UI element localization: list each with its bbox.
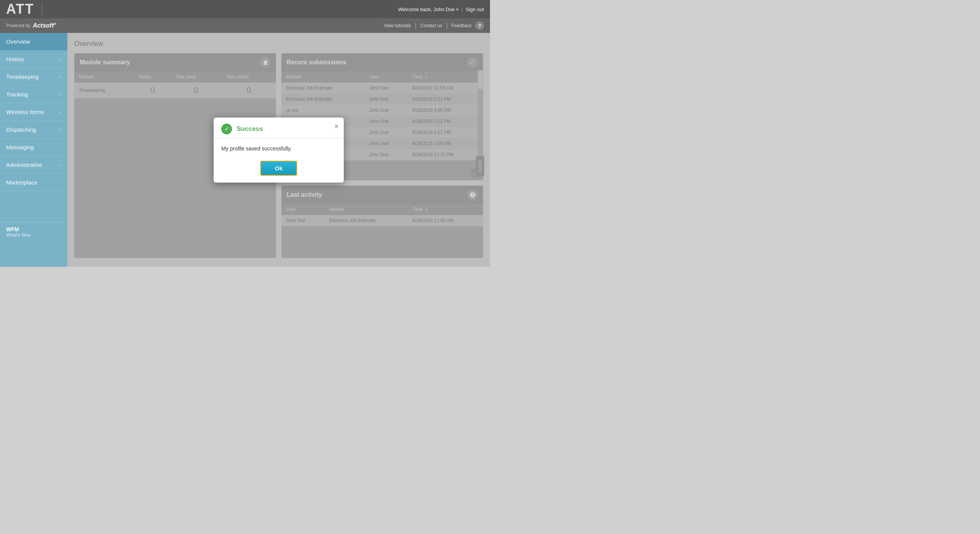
chevron-right-icon: › xyxy=(60,162,61,168)
header: ATT Welcome back, John Doe ▾ | Sign out xyxy=(0,0,490,18)
whats-new-link[interactable]: What's New xyxy=(6,232,61,238)
sidebar-item-marketplace[interactable]: Marketplace xyxy=(0,174,67,191)
sidebar-item-tracking[interactable]: Tracking › xyxy=(0,86,67,103)
chevron-down-icon[interactable]: ▾ xyxy=(456,7,458,11)
sign-out-link[interactable]: Sign out xyxy=(466,7,484,12)
modal-body: My profile saved successfully. xyxy=(214,139,344,157)
sidebar-item-overview[interactable]: Overview xyxy=(0,33,67,51)
layout: Overview History › Timekeeping › Trackin… xyxy=(0,33,490,267)
welcome-text: Welcome back, John Doe ▾ xyxy=(398,7,458,12)
modal-title: Success xyxy=(237,125,263,133)
sidebar-item-wireless-forms[interactable]: Wireless forms › xyxy=(0,103,67,121)
wfm-label: WFM xyxy=(6,226,61,232)
sidebar-item-timekeeping[interactable]: Timekeeping › xyxy=(0,68,67,86)
chevron-right-icon: › xyxy=(60,92,61,97)
chevron-right-icon: › xyxy=(60,74,61,80)
success-icon: ✓ xyxy=(221,124,232,134)
feedback-link[interactable]: Feedback xyxy=(451,23,472,28)
sidebar-item-dispatching[interactable]: Dispatching › xyxy=(0,121,67,139)
header-divider xyxy=(42,2,42,16)
header-right: Welcome back, John Doe ▾ | Sign out xyxy=(398,7,484,12)
ok-button[interactable]: Ok xyxy=(260,161,297,176)
sidebar-item-administrative[interactable]: Administrative › xyxy=(0,156,67,174)
modal-header: ✓ Success × xyxy=(214,118,344,139)
chevron-right-icon: › xyxy=(60,109,61,115)
main-content: Overview Module summary 📋 Module Today T… xyxy=(67,33,490,267)
sub-header: Powered by Actsoft® View tutorials | Con… xyxy=(0,18,490,33)
chevron-right-icon: › xyxy=(60,57,61,62)
view-tutorials-link[interactable]: View tutorials xyxy=(384,23,411,28)
app-logo: ATT xyxy=(6,1,34,17)
contact-us-link[interactable]: Contact us xyxy=(420,23,442,28)
sidebar-item-messaging[interactable]: Messaging xyxy=(0,139,67,156)
success-modal: ✓ Success × My profile saved successfull… xyxy=(214,118,344,183)
sidebar-bottom: WFM What's New xyxy=(0,222,67,242)
sidebar: Overview History › Timekeeping › Trackin… xyxy=(0,33,67,267)
sidebar-item-history[interactable]: History › xyxy=(0,51,67,68)
powered-by: Powered by Actsoft® xyxy=(6,22,56,29)
modal-overlay: ✓ Success × My profile saved successfull… xyxy=(67,33,490,267)
modal-footer: Ok xyxy=(214,157,344,183)
modal-close-button[interactable]: × xyxy=(334,123,338,130)
modal-message: My profile saved successfully. xyxy=(221,145,336,152)
actsoft-logo: Actsoft® xyxy=(33,22,56,29)
help-button[interactable]: ? xyxy=(475,21,484,30)
chevron-right-icon: › xyxy=(60,127,61,132)
